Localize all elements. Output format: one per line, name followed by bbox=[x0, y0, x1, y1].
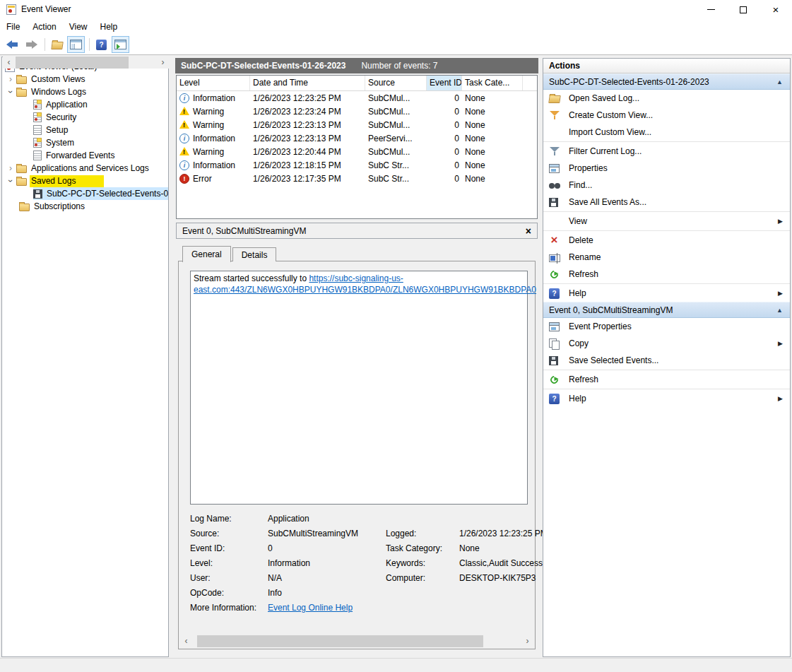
actions-separator bbox=[543, 141, 790, 142]
actions-section-log[interactable]: SubC-PC-DT-Selected-Events-01-26-2023 ▲ bbox=[543, 73, 790, 90]
scrollbar-thumb[interactable] bbox=[197, 635, 483, 647]
event-row[interactable]: Information 1/26/2023 12:18:15 PM SubC S… bbox=[177, 158, 537, 172]
warning-icon bbox=[179, 120, 189, 129]
back-button[interactable] bbox=[4, 36, 21, 53]
section-title: Event 0, SubCMultiStreamingVM bbox=[549, 305, 776, 315]
action-import-custom-view[interactable]: Import Custom View... bbox=[543, 124, 790, 141]
open-folder-icon bbox=[51, 42, 64, 49]
log-icon bbox=[33, 112, 42, 122]
action-find[interactable]: Find... bbox=[543, 177, 790, 194]
column-header-date[interactable]: Date and Time bbox=[250, 76, 365, 90]
column-header-task-category[interactable]: Task Cate... bbox=[462, 76, 523, 90]
event-log-online-help-link[interactable]: Event Log Online Help bbox=[268, 603, 353, 613]
tree-item-label: Setup bbox=[46, 125, 68, 135]
scroll-left-icon[interactable]: ‹ bbox=[3, 57, 15, 69]
log-icon bbox=[33, 125, 42, 135]
action-save-selected-events[interactable]: Save Selected Events... bbox=[543, 352, 790, 369]
tree-item-forwarded-events[interactable]: Forwarded Events bbox=[2, 149, 168, 162]
expander-expanded-icon[interactable]: › bbox=[5, 87, 16, 97]
action-delete[interactable]: Delete bbox=[543, 232, 790, 249]
warning-icon bbox=[179, 147, 189, 155]
event-row[interactable]: Warning 1/26/2023 12:20:44 PM SubCMul...… bbox=[177, 145, 537, 158]
tab-general[interactable]: General bbox=[182, 246, 231, 262]
event-row[interactable]: Warning 1/26/2023 12:23:24 PM SubCMul...… bbox=[177, 105, 537, 118]
event-row[interactable]: Warning 1/26/2023 12:23:13 PM SubCMul...… bbox=[177, 118, 537, 131]
event-row[interactable]: Information 1/26/2023 12:23:13 PM PeerSe… bbox=[177, 131, 537, 145]
action-help-event[interactable]: Help ▶ bbox=[543, 390, 790, 407]
folder-icon bbox=[19, 204, 30, 211]
tree-item-label: Security bbox=[46, 112, 76, 122]
tree-item-subscriptions[interactable]: Subscriptions bbox=[2, 200, 168, 213]
tree-item-label: Application bbox=[46, 100, 88, 110]
scroll-right-icon[interactable]: › bbox=[521, 635, 533, 647]
actions-separator bbox=[543, 283, 790, 284]
tree-item-saved-logs[interactable]: › Saved Logs bbox=[2, 175, 168, 187]
help-button[interactable] bbox=[93, 36, 110, 53]
open-saved-log-button[interactable] bbox=[48, 36, 66, 53]
scroll-left-icon[interactable]: ‹ bbox=[180, 635, 192, 647]
column-header-level[interactable]: Level bbox=[177, 76, 250, 90]
expander-expanded-icon[interactable]: › bbox=[5, 176, 16, 186]
expander-collapsed-icon[interactable]: › bbox=[5, 163, 16, 173]
tree-item-windows-logs[interactable]: › Windows Logs bbox=[2, 86, 168, 98]
collapse-arrow-icon[interactable]: ▲ bbox=[776, 307, 783, 314]
action-refresh-event[interactable]: Refresh bbox=[543, 371, 790, 388]
tree-item-custom-views[interactable]: › Custom Views bbox=[2, 73, 168, 86]
stream-url-link[interactable]: east.com:443/ZLN6WGX0HBPUYHGW91BKBDPA0/Z… bbox=[194, 285, 536, 295]
detail-horizontal-scrollbar[interactable]: ‹ › bbox=[180, 635, 533, 647]
expander-collapsed-icon[interactable]: › bbox=[5, 74, 16, 84]
tree-item-apps-services-logs[interactable]: › Applications and Services Logs bbox=[2, 162, 168, 175]
minimize-button[interactable] bbox=[695, 0, 727, 19]
tree-horizontal-scrollbar[interactable]: ‹ › bbox=[3, 57, 169, 69]
column-header-event-id[interactable]: Event ID bbox=[427, 76, 462, 90]
menu-action[interactable]: Action bbox=[26, 20, 62, 34]
menu-file[interactable]: File bbox=[0, 20, 26, 34]
description-text: Stream started successfully to bbox=[194, 273, 309, 283]
action-open-saved-log[interactable]: Open Saved Log... bbox=[543, 90, 790, 107]
refresh-icon bbox=[549, 269, 560, 279]
action-copy[interactable]: Copy ▶ bbox=[543, 335, 790, 352]
show-action-pane-button[interactable] bbox=[112, 36, 129, 53]
action-view[interactable]: View ▶ bbox=[543, 213, 790, 230]
action-filter-current-log[interactable]: Filter Current Log... bbox=[543, 143, 790, 160]
maximize-button[interactable] bbox=[727, 0, 760, 19]
tree-item-setup[interactable]: Setup bbox=[2, 124, 168, 136]
action-save-all-events-as[interactable]: Save All Events As... bbox=[543, 194, 790, 211]
information-icon bbox=[179, 134, 189, 143]
event-row[interactable]: Information 1/26/2023 12:23:25 PM SubCMu… bbox=[177, 91, 537, 105]
properties-icon bbox=[549, 322, 560, 331]
tree-item-system[interactable]: System bbox=[2, 136, 168, 149]
menu-help[interactable]: Help bbox=[94, 20, 124, 34]
tree-item-label: Subscriptions bbox=[34, 201, 85, 211]
stream-url-link[interactable]: https://subc-signaling-us- bbox=[309, 273, 403, 283]
action-rename[interactable]: Rename bbox=[543, 249, 790, 266]
action-help[interactable]: Help ▶ bbox=[543, 285, 790, 302]
tree-item-label: Windows Logs bbox=[31, 87, 86, 97]
tree-item-application[interactable]: Application bbox=[2, 98, 168, 111]
submenu-arrow-icon: ▶ bbox=[778, 218, 783, 225]
tree-item-security[interactable]: Security bbox=[2, 111, 168, 124]
scroll-right-icon[interactable]: › bbox=[157, 57, 169, 69]
detail-close-icon[interactable]: × bbox=[526, 226, 531, 236]
tab-details[interactable]: Details bbox=[232, 247, 277, 261]
action-event-properties[interactable]: Event Properties bbox=[543, 318, 790, 335]
console-tree-icon bbox=[70, 40, 82, 49]
actions-separator bbox=[543, 211, 790, 212]
action-refresh[interactable]: Refresh bbox=[543, 266, 790, 283]
close-icon: × bbox=[773, 4, 779, 16]
event-description[interactable]: Stream started successfully to https://s… bbox=[190, 271, 528, 505]
column-header-source[interactable]: Source bbox=[365, 76, 427, 90]
menu-view[interactable]: View bbox=[63, 20, 94, 34]
event-detail-header: Event 0, SubCMultiStreamingVM × bbox=[176, 223, 538, 239]
forward-button[interactable] bbox=[23, 36, 40, 53]
tree-item-saved-log-file[interactable]: SubC-PC-DT-Selected-Events-01- bbox=[2, 187, 168, 200]
collapse-arrow-icon[interactable]: ▲ bbox=[776, 78, 783, 86]
saved-log-icon bbox=[33, 189, 42, 199]
show-console-tree-button[interactable] bbox=[67, 36, 85, 53]
action-properties[interactable]: Properties bbox=[543, 160, 790, 177]
action-create-custom-view[interactable]: Create Custom View... bbox=[543, 107, 790, 124]
event-row[interactable]: Error 1/26/2023 12:17:35 PM SubC Str... … bbox=[177, 172, 537, 185]
close-button[interactable]: × bbox=[760, 0, 792, 19]
actions-section-event[interactable]: Event 0, SubCMultiStreamingVM ▲ bbox=[543, 302, 790, 318]
scrollbar-thumb[interactable] bbox=[16, 57, 129, 69]
